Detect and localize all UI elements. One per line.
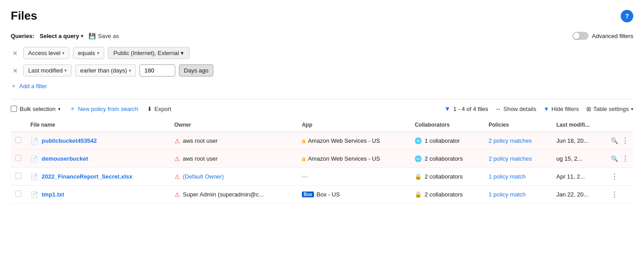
file-icon: 📄 <box>30 137 38 145</box>
row-checkbox-0[interactable] <box>15 137 21 143</box>
row-actions: ⋮ <box>611 172 629 181</box>
table-settings-button[interactable]: ⊞ Table settings ▾ <box>586 106 634 112</box>
access-level-operator-dropdown[interactable]: equals ▾ <box>73 47 104 59</box>
filter-funnel-icon: ▼ <box>445 105 451 112</box>
app-name: Amazon Web Services - US <box>308 137 380 144</box>
owner-name: Super Admin (superadmin@c... <box>183 191 264 198</box>
filename-text[interactable]: tmp1.txt <box>42 191 64 198</box>
table-header-row: File name Owner App Collaborators Polici… <box>11 118 633 132</box>
th-owner[interactable]: Owner <box>170 118 297 132</box>
row-checkbox-3[interactable] <box>15 191 21 197</box>
file-icon: 📄 <box>30 155 38 162</box>
owner-cell: ⚠ aws root user <box>174 155 293 162</box>
last-modified-field-dropdown[interactable]: Last modified ▾ <box>23 64 72 77</box>
days-ago-button[interactable]: Days ago <box>179 64 213 77</box>
row-actions: 🔍 ⋮ <box>611 154 629 163</box>
files-count: ▼ 1 - 4 of 4 files <box>445 105 488 112</box>
select-query-chevron-icon: ▾ <box>81 34 83 38</box>
collab-cell: 🔒 2 collaborators <box>415 191 479 198</box>
operator-chevron-icon: ▾ <box>97 51 99 55</box>
amazon-icon: a <box>302 137 305 145</box>
access-level-field-dropdown[interactable]: Access level ▾ <box>23 47 69 59</box>
row-more-button[interactable]: ⋮ <box>611 190 618 199</box>
app-cell: Box Box - US <box>302 191 406 198</box>
last-modified-operator-dropdown[interactable]: earlier than (days) ▾ <box>75 64 136 77</box>
show-details-icon: ↔ <box>495 106 501 112</box>
save-as-button[interactable]: 💾 Save as <box>89 33 119 39</box>
collab-count: 1 collaborator <box>424 137 460 144</box>
owner-warning-icon: ⚠ <box>174 191 180 198</box>
app-dash: — <box>302 173 308 180</box>
owner-warning-icon: ⚠ <box>174 173 180 180</box>
days-value-input[interactable] <box>140 64 175 77</box>
th-filename[interactable]: File name <box>26 118 170 132</box>
row-actions: ⋮ <box>611 190 629 199</box>
policy-link[interactable]: 2 policy matches <box>489 155 532 162</box>
file-name-cell[interactable]: 📄 2022_FinanceReport_Secret.xlsx <box>30 173 165 180</box>
row-search-icon[interactable]: 🔍 <box>611 137 618 144</box>
remove-filter-2-button[interactable]: ✕ <box>11 67 20 74</box>
owner-name: aws root user <box>183 137 218 144</box>
action-bar: Bulk selection ▾ ＋ New policy from searc… <box>11 105 633 113</box>
bulk-selection-button[interactable]: Bulk selection ▾ <box>11 106 60 112</box>
table-settings-chevron-icon: ▾ <box>631 107 633 111</box>
row-checkbox-2[interactable] <box>15 173 21 179</box>
row-more-button[interactable]: ⋮ <box>622 136 629 145</box>
collab-count: 2 collaborators <box>424 191 462 198</box>
th-app[interactable]: App <box>297 118 411 132</box>
file-name-cell[interactable]: 📄 demouserbucket <box>30 155 165 162</box>
filename-text[interactable]: publicbucket453542 <box>42 137 97 144</box>
file-name-cell[interactable]: 📄 publicbucket453542 <box>30 137 165 145</box>
bulk-checkbox-icon <box>11 106 17 112</box>
advanced-filters-label: Advanced filters <box>592 33 634 39</box>
th-collaborators[interactable]: Collaborators <box>410 118 484 132</box>
filename-text[interactable]: 2022_FinanceReport_Secret.xlsx <box>42 173 132 180</box>
file-name-cell[interactable]: 📄 tmp1.txt <box>30 191 165 198</box>
bulk-selection-chevron-icon: ▾ <box>58 107 60 111</box>
th-checkbox <box>11 118 26 132</box>
file-icon: 📄 <box>30 173 38 180</box>
table-row: 📄 2022_FinanceReport_Secret.xlsx ⚠ (Defa… <box>11 168 633 186</box>
app-cell: a Amazon Web Services - US <box>302 137 406 145</box>
row-more-button[interactable]: ⋮ <box>622 154 629 163</box>
access-level-value-dropdown[interactable]: Public (Internet), External ▾ <box>108 47 190 59</box>
box-icon: Box <box>302 192 314 197</box>
last-modified-operator-chevron-icon: ▾ <box>129 68 131 73</box>
lock-icon: 🔒 <box>415 191 422 198</box>
th-last-modified[interactable]: Last modifi... <box>552 118 606 132</box>
filename-text[interactable]: demouserbucket <box>42 155 88 162</box>
plus-icon: ＋ <box>11 82 17 90</box>
remove-filter-1-button[interactable]: ✕ <box>11 50 20 57</box>
th-policies[interactable]: Policies <box>484 118 552 132</box>
row-more-button[interactable]: ⋮ <box>611 172 618 181</box>
policy-link[interactable]: 1 policy match <box>489 191 526 198</box>
owner-cell: ⚠ Super Admin (superadmin@c... <box>174 191 293 198</box>
last-modified-date: Jun 18, 20... <box>556 137 589 144</box>
select-query-button[interactable]: Select a query ▾ <box>40 33 83 39</box>
owner-warning-icon: ⚠ <box>174 155 180 162</box>
export-icon: ⬇ <box>147 106 152 112</box>
last-modified-date: ug 15, 2... <box>556 155 582 162</box>
access-level-chevron-icon: ▾ <box>62 51 64 55</box>
table-row: 📄 tmp1.txt ⚠ Super Admin (superadmin@c..… <box>11 186 633 204</box>
export-button[interactable]: ⬇ Export <box>147 106 171 112</box>
hide-filters-button[interactable]: ▼ Hide filters <box>543 106 579 112</box>
row-search-icon[interactable]: 🔍 <box>611 155 618 162</box>
policy-link[interactable]: 2 policy matches <box>489 137 532 144</box>
last-modified-date: Apr 11, 2... <box>556 173 585 180</box>
table-settings-icon: ⊞ <box>586 106 591 112</box>
row-checkbox-1[interactable] <box>15 155 21 161</box>
divider <box>11 99 633 99</box>
last-modified-date: Jan 22, 20... <box>556 191 589 198</box>
show-details-button[interactable]: ↔ Show details <box>495 106 536 112</box>
app-name: Box - US <box>317 191 340 198</box>
last-modified-field-chevron-icon: ▾ <box>64 68 67 73</box>
filter-last-modified: ✕ Last modified ▾ earlier than (days) ▾ … <box>11 64 633 77</box>
add-filter-button[interactable]: ＋ Add a filter <box>11 82 633 90</box>
owner-name: aws root user <box>183 155 218 162</box>
collab-count: 2 collaborators <box>424 173 462 180</box>
new-policy-button[interactable]: ＋ New policy from search <box>69 105 138 113</box>
advanced-filters-toggle[interactable] <box>572 32 589 40</box>
policy-link[interactable]: 1 policy match <box>489 173 526 180</box>
help-button[interactable]: ? <box>621 10 633 22</box>
